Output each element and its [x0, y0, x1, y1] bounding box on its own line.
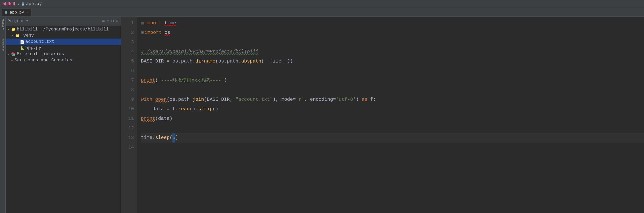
code-line-6: [141, 66, 644, 76]
kw-as: as: [362, 95, 367, 104]
var-data: data: [152, 104, 164, 114]
code-line-13: time.sleep(5): [141, 133, 644, 142]
file-icon-app-py: 🐍: [20, 46, 24, 50]
module-os-5: os.: [172, 56, 181, 66]
line-num-1: 1: [121, 18, 134, 28]
func-print-11: print: [141, 114, 155, 124]
param-mode: mode=: [282, 95, 296, 104]
dunder-file: __file__: [264, 56, 287, 66]
paren-close-9b: ): [273, 95, 276, 104]
string-7: "----环境使用xxx系统----": [158, 76, 224, 85]
comma-9a: ,: [230, 95, 236, 104]
module-time: time: [164, 18, 176, 28]
basedir-9: BASE_DIR: [207, 95, 230, 104]
arrow-bilibili: ▾: [7, 28, 10, 31]
panel-dropdown-arrow[interactable]: ▾: [26, 18, 28, 24]
code-content[interactable]: − import time − import os # /Users/wupei: [137, 17, 644, 213]
space-9b: [359, 95, 362, 104]
sidebar-strip-project[interactable]: 1: Project: [2, 18, 4, 31]
paren-open-9: (: [167, 95, 170, 104]
folder-icon-venv: 📁: [15, 34, 20, 38]
panel-collapse-all-button[interactable]: ⊕: [102, 19, 105, 23]
comma-9c: ,: [304, 95, 310, 104]
func-print-7: print: [141, 76, 155, 85]
panel-close-button[interactable]: ✕: [116, 19, 119, 23]
sidebar-strip: 1: Project 2: Structure: [0, 17, 6, 213]
method-join: join: [192, 95, 204, 104]
panel-header-icons: ⊕ ⊖ ⚙ ✕: [102, 19, 119, 23]
line-num-14: 14: [121, 142, 134, 152]
method-dirname: dirname: [196, 56, 216, 66]
method-strip: strip: [198, 104, 212, 114]
tree-item-external-libs[interactable]: ▶ 📚 External Libraries: [6, 51, 121, 57]
toolbar: py app.py ×: [0, 8, 644, 17]
code-line-1: − import time: [141, 18, 644, 28]
eq-5: =: [164, 56, 172, 66]
code-line-14: [141, 142, 644, 152]
arrow-venv: ▶: [11, 34, 14, 37]
sidebar-strip-structure[interactable]: 2: Structure: [2, 38, 4, 52]
breadcrumb-separator: ›: [18, 2, 20, 6]
editor-area[interactable]: 1 2 3 4 5 6 7 8 9 10 11 12 13 14 −: [121, 17, 644, 213]
tree-item-scratches[interactable]: ✏️ Scratches and Consoles: [6, 57, 121, 63]
module-time-13: time.: [141, 133, 155, 142]
string-mode: 'r': [296, 95, 304, 104]
fold-marker-1[interactable]: −: [141, 22, 144, 24]
line-num-13: 13: [121, 133, 134, 142]
tree-item-app-py[interactable]: 🐍 app.py: [6, 45, 121, 51]
code-line-7: print("----环境使用xxx系统----"): [141, 76, 644, 85]
tree-label-account-txt: account.txt: [26, 39, 54, 44]
method-read: read: [178, 104, 190, 114]
tab-close-button[interactable]: ×: [26, 10, 28, 14]
kw-with: with: [141, 95, 152, 104]
line-numbers: 1 2 3 4 5 6 7 8 9 10 11 12 13 14: [121, 17, 137, 213]
panel-settings-button[interactable]: ⚙: [111, 19, 114, 23]
tree-label-bilibili: bilibili ~/PycharmProjects/bilibili: [17, 27, 109, 32]
breadcrumb: › py app.py: [18, 2, 42, 6]
line-num-12: 12: [121, 124, 134, 133]
method-abspath: abspath: [241, 56, 261, 66]
paren-open-5: (: [216, 56, 218, 66]
code-line-3: [141, 38, 644, 47]
module-os-5b: os.: [218, 56, 227, 66]
paren-open-11: (: [155, 114, 158, 124]
call-10a: ().: [190, 104, 198, 114]
paren-open-13: (: [170, 133, 172, 142]
project-panel: Project ▾ ⊕ ⊖ ⚙ ✕ ▾ 📁 bilibili ~/Pycharm…: [6, 17, 121, 213]
fold-marker-2[interactable]: −: [141, 31, 144, 34]
file-icon: py: [21, 2, 25, 6]
tree-item-account-txt[interactable]: 📄 account.txt: [6, 38, 121, 45]
tree-label-venv: .venv: [21, 33, 34, 38]
tab-bar: py app.py ×: [2, 9, 642, 16]
tree-item-venv[interactable]: ▶ 📁 .venv: [6, 32, 121, 38]
arrow-external-libs: ▶: [7, 52, 10, 56]
param-enc: encoding=: [310, 95, 336, 104]
code-line-10: data = f.read().strip(): [141, 104, 644, 114]
var-data-11: data: [158, 114, 170, 124]
ext-lib-icon: 📚: [11, 52, 16, 56]
panel-expand-all-button[interactable]: ⊖: [106, 19, 110, 23]
line-num-11: 11: [121, 114, 134, 124]
var-f-10: f.: [172, 104, 178, 114]
tree-label-scratches: Scratches and Consoles: [14, 58, 72, 63]
paren-open-7: (: [155, 76, 158, 85]
keyword-import-1: import: [144, 18, 162, 28]
space-9a: [152, 95, 155, 104]
os-9: os.: [170, 95, 178, 104]
module-os: os: [164, 28, 170, 38]
code-line-8: [141, 85, 644, 95]
tab-file-icon: py: [5, 11, 8, 14]
space-9c: f:: [367, 95, 376, 104]
title-bar: bilibili › py app.py: [0, 0, 644, 8]
comma-9b: ,: [276, 95, 282, 104]
line-num-5: 5: [121, 56, 134, 66]
call-10b: (): [212, 104, 218, 114]
paren-open-5b: (: [261, 56, 264, 66]
string-enc: 'utf-8': [336, 95, 356, 104]
attr-path-9: path.: [178, 95, 192, 104]
tree-item-bilibili-root[interactable]: ▾ 📁 bilibili ~/PycharmProjects/bilibili: [6, 26, 121, 32]
paren-open-9b: (: [204, 95, 207, 104]
code-line-5: BASE_DIR = os.path.dirname(os.path.abspa…: [141, 56, 644, 66]
tab-app-py[interactable]: py app.py ×: [2, 9, 32, 16]
indent-10: [141, 104, 152, 114]
